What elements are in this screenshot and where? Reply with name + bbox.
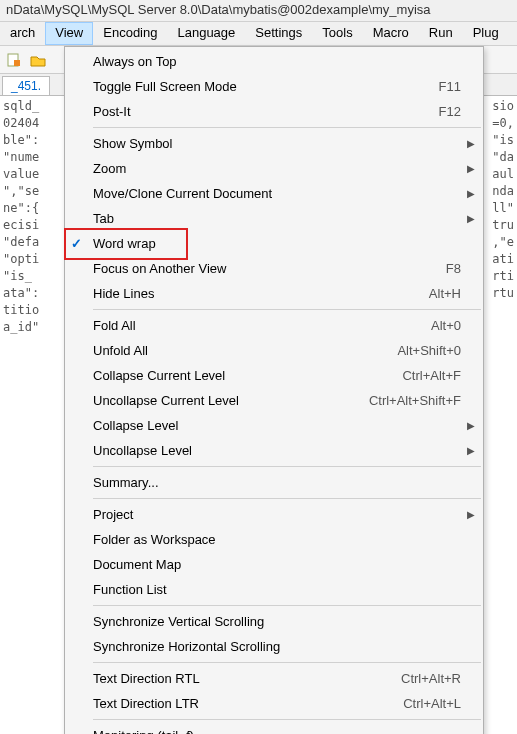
menu-item-summary[interactable]: Summary... [65, 470, 483, 495]
menu-separator [93, 605, 481, 606]
menu-item-move-clone-current-document[interactable]: Move/Clone Current Document▶ [65, 181, 483, 206]
menu-item-post-it[interactable]: Post-ItF12 [65, 99, 483, 124]
menu-item-always-on-top[interactable]: Always on Top [65, 49, 483, 74]
menu-tools[interactable]: Tools [312, 22, 362, 45]
menu-item-label: Fold All [93, 318, 431, 333]
menu-item-unfold-all[interactable]: Unfold AllAlt+Shift+0 [65, 338, 483, 363]
menu-item-synchronize-horizontal-scrolling[interactable]: Synchronize Horizontal Scrolling [65, 634, 483, 659]
menu-item-label: Word wrap [93, 236, 467, 251]
menu-item-fold-all[interactable]: Fold AllAlt+0 [65, 313, 483, 338]
menu-encoding[interactable]: Encoding [93, 22, 167, 45]
menu-item-label: Collapse Current Level [93, 368, 402, 383]
submenu-arrow-icon: ▶ [467, 420, 475, 431]
menu-item-collapse-current-level[interactable]: Collapse Current LevelCtrl+Alt+F [65, 363, 483, 388]
menu-view[interactable]: View [45, 22, 93, 45]
svg-rect-1 [14, 60, 20, 66]
menu-item-label: Synchronize Vertical Scrolling [93, 614, 467, 629]
title-bar: nData\MySQL\MySQL Server 8.0\Data\mybati… [0, 0, 517, 22]
menu-item-label: Hide Lines [93, 286, 429, 301]
menu-item-text-direction-rtl[interactable]: Text Direction RTLCtrl+Alt+R [65, 666, 483, 691]
menu-item-collapse-level[interactable]: Collapse Level▶ [65, 413, 483, 438]
menu-item-label: Show Symbol [93, 136, 467, 151]
menu-arch[interactable]: arch [0, 22, 45, 45]
menu-separator [93, 309, 481, 310]
menu-item-label: Focus on Another View [93, 261, 446, 276]
menu-shortcut: Alt+H [429, 286, 461, 301]
menu-shortcut: Ctrl+Alt+F [402, 368, 461, 383]
menu-run[interactable]: Run [419, 22, 463, 45]
menu-item-label: Move/Clone Current Document [93, 186, 467, 201]
submenu-arrow-icon: ▶ [467, 445, 475, 456]
menu-item-label: Uncollapse Level [93, 443, 467, 458]
menu-shortcut: Ctrl+Alt+L [403, 696, 461, 711]
menu-shortcut: Ctrl+Alt+R [401, 671, 461, 686]
menu-separator [93, 662, 481, 663]
menu-separator [93, 127, 481, 128]
menu-item-uncollapse-current-level[interactable]: Uncollapse Current LevelCtrl+Alt+Shift+F [65, 388, 483, 413]
menu-plug[interactable]: Plug [463, 22, 509, 45]
menu-item-synchronize-vertical-scrolling[interactable]: Synchronize Vertical Scrolling [65, 609, 483, 634]
menu-shortcut: F8 [446, 261, 461, 276]
file-tab[interactable]: _451. [2, 76, 50, 95]
menu-item-function-list[interactable]: Function List [65, 577, 483, 602]
menu-item-project[interactable]: Project▶ [65, 502, 483, 527]
menu-bar: archViewEncodingLanguageSettingsToolsMac… [0, 22, 517, 46]
submenu-arrow-icon: ▶ [467, 138, 475, 149]
menu-item-label: Function List [93, 582, 467, 597]
menu-item-label: Collapse Level [93, 418, 467, 433]
menu-shortcut: F12 [439, 104, 461, 119]
menu-shortcut: Alt+Shift+0 [397, 343, 461, 358]
menu-separator [93, 498, 481, 499]
menu-shortcut: Alt+0 [431, 318, 461, 333]
menu-item-monitoring-tail-f[interactable]: Monitoring (tail -f) [65, 723, 483, 734]
menu-item-label: Tab [93, 211, 467, 226]
menu-item-focus-on-another-view[interactable]: Focus on Another ViewF8 [65, 256, 483, 281]
submenu-arrow-icon: ▶ [467, 188, 475, 199]
menu-shortcut: F11 [439, 79, 461, 94]
menu-item-uncollapse-level[interactable]: Uncollapse Level▶ [65, 438, 483, 463]
submenu-arrow-icon: ▶ [467, 163, 475, 174]
menu-item-show-symbol[interactable]: Show Symbol▶ [65, 131, 483, 156]
menu-settings[interactable]: Settings [245, 22, 312, 45]
menu-item-label: Unfold All [93, 343, 397, 358]
menu-item-label: Post-It [93, 104, 439, 119]
menu-item-label: Summary... [93, 475, 467, 490]
menu-item-label: Project [93, 507, 467, 522]
menu-item-label: Monitoring (tail -f) [93, 728, 467, 734]
menu-item-label: Synchronize Horizontal Scrolling [93, 639, 467, 654]
menu-item-label: Zoom [93, 161, 467, 176]
menu-item-folder-as-workspace[interactable]: Folder as Workspace [65, 527, 483, 552]
menu-item-label: Folder as Workspace [93, 532, 467, 547]
menu-item-text-direction-ltr[interactable]: Text Direction LTRCtrl+Alt+L [65, 691, 483, 716]
menu-item-label: Text Direction LTR [93, 696, 403, 711]
menu-separator [93, 466, 481, 467]
menu-item-document-map[interactable]: Document Map [65, 552, 483, 577]
menu-macro[interactable]: Macro [363, 22, 419, 45]
menu-item-tab[interactable]: Tab▶ [65, 206, 483, 231]
menu-item-toggle-full-screen-mode[interactable]: Toggle Full Screen ModeF11 [65, 74, 483, 99]
menu-item-label: Toggle Full Screen Mode [93, 79, 439, 94]
menu-item-hide-lines[interactable]: Hide LinesAlt+H [65, 281, 483, 306]
menu-language[interactable]: Language [167, 22, 245, 45]
view-menu-dropdown: Always on TopToggle Full Screen ModeF11P… [64, 46, 484, 734]
menu-shortcut: Ctrl+Alt+Shift+F [369, 393, 461, 408]
menu-separator [93, 719, 481, 720]
submenu-arrow-icon: ▶ [467, 213, 475, 224]
menu-item-word-wrap[interactable]: ✓Word wrap [65, 231, 483, 256]
new-file-icon[interactable] [4, 50, 24, 70]
checkmark-icon: ✓ [71, 236, 82, 251]
menu-item-label: Always on Top [93, 54, 467, 69]
menu-item-label: Document Map [93, 557, 467, 572]
menu-item-label: Uncollapse Current Level [93, 393, 369, 408]
menu-item-zoom[interactable]: Zoom▶ [65, 156, 483, 181]
menu-item-label: Text Direction RTL [93, 671, 401, 686]
open-file-icon[interactable] [28, 50, 48, 70]
submenu-arrow-icon: ▶ [467, 509, 475, 520]
